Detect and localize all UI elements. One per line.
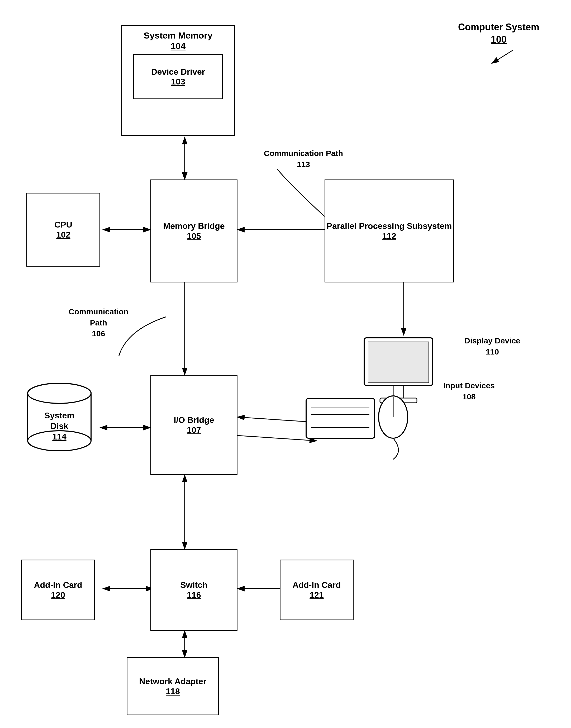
svg-text:114: 114 — [52, 432, 67, 441]
svg-rect-28 — [306, 399, 375, 438]
svg-rect-16 — [368, 342, 429, 383]
add-in-card-121-box: Add-In Card 121 — [280, 559, 354, 620]
display-device-label: Display Device 110 — [464, 335, 520, 357]
memory-bridge-box: Memory Bridge 105 — [150, 180, 237, 283]
diagram: Computer System 100 System Memory 104 De… — [0, 0, 571, 728]
system-memory-outer-box: System Memory 104 Device Driver 103 — [121, 25, 235, 136]
computer-system-label: Computer System 100 — [458, 21, 539, 46]
io-bridge-box: I/O Bridge 107 — [150, 375, 237, 475]
svg-line-14 — [492, 50, 513, 63]
system-disk-icon: System Disk 114 — [21, 378, 98, 462]
svg-text:System: System — [44, 411, 75, 420]
comm-path-106-label: Communication Path 106 — [69, 306, 128, 339]
network-adapter-box: Network Adapter 118 — [127, 657, 219, 715]
parallel-processing-box: Parallel Processing Subsystem 112 — [325, 180, 454, 283]
svg-point-24 — [28, 383, 91, 403]
svg-text:Disk: Disk — [50, 421, 68, 431]
device-driver-inner-box: Device Driver 103 — [133, 55, 223, 99]
input-devices-label: Input Devices 108 — [443, 380, 495, 402]
input-devices-icon — [304, 383, 414, 462]
add-in-card-120-box: Add-In Card 120 — [21, 559, 95, 620]
switch-box: Switch 116 — [150, 549, 237, 631]
comm-path-113-label: Communication Path 113 — [264, 148, 343, 170]
cpu-box: CPU 102 — [26, 193, 100, 267]
